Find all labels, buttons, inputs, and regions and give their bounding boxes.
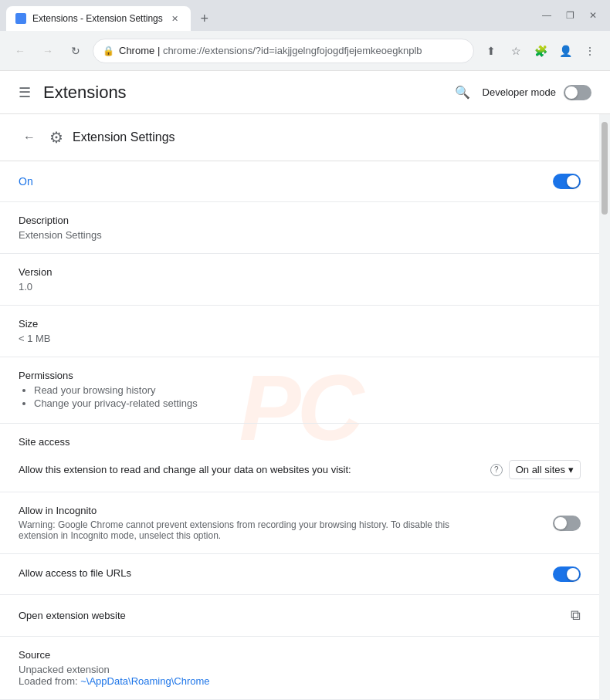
- permission-item-1: Change your privacy-related settings: [34, 397, 581, 409]
- bookmark-icon[interactable]: ☆: [505, 40, 527, 62]
- reload-button[interactable]: ↻: [65, 40, 86, 62]
- minimize-button[interactable]: —: [536, 5, 557, 26]
- dev-mode-area: 🔍 Developer mode: [450, 80, 591, 105]
- version-value: 1.0: [19, 281, 581, 293]
- url-text: Chrome | chrome://extensions/?id=iakjjge…: [119, 45, 464, 56]
- external-link-icon[interactable]: ⧉: [571, 607, 581, 624]
- site-access-question: Allow this extension to read and change …: [19, 464, 484, 475]
- incognito-section: Allow in Incognito Warning: Google Chrom…: [0, 492, 599, 554]
- size-section: Size < 1 MB: [0, 306, 599, 357]
- dev-mode-toggle[interactable]: [564, 85, 591, 100]
- source-path-link[interactable]: ~\AppData\Roaming\Chrome: [80, 675, 209, 687]
- source-section: Source Unpacked extension Loaded from: ~…: [0, 637, 599, 700]
- extension-on-toggle-thumb: [567, 175, 579, 188]
- url-bar[interactable]: 🔒 Chrome | chrome://extensions/?id=iakjj…: [93, 39, 474, 63]
- title-bar: Extensions - Extension Settings ✕ + — ❐ …: [0, 0, 610, 31]
- description-section: Description Extension Settings: [0, 202, 599, 254]
- source-type: Unpacked extension: [19, 664, 581, 675]
- address-bar: ← → ↻ 🔒 Chrome | chrome://extensions/?id…: [0, 31, 610, 71]
- source-path-row: Loaded from: ~\AppData\Roaming\Chrome: [19, 675, 581, 687]
- extensions-icon[interactable]: 🧩: [530, 40, 551, 62]
- size-value: < 1 MB: [19, 333, 581, 344]
- on-status-label: On: [19, 175, 33, 188]
- dropdown-arrow-icon: ▾: [568, 464, 574, 475]
- permissions-section: Permissions Read your browsing history C…: [0, 357, 599, 424]
- settings-top-bar: ← ⚙ Extension Settings: [0, 114, 599, 161]
- file-urls-toggle-thumb: [567, 568, 579, 580]
- tab-close-button[interactable]: ✕: [169, 12, 181, 25]
- site-access-row: Allow this extension to read and change …: [19, 460, 581, 479]
- settings-panel: PC ← ⚙ Extension Settings On Description: [0, 114, 599, 700]
- source-loaded-prefix: Loaded from:: [19, 675, 78, 687]
- lock-icon: 🔒: [103, 46, 114, 56]
- file-urls-section: Allow access to file URLs: [0, 554, 599, 595]
- extension-on-toggle[interactable]: [553, 174, 581, 189]
- description-label: Description: [19, 215, 581, 226]
- scrollbar-thumb[interactable]: [602, 122, 608, 215]
- site-access-header: Site access: [19, 436, 581, 448]
- extensions-title: Extensions: [43, 83, 127, 103]
- window-controls: — ❐ ✕: [536, 5, 604, 26]
- on-off-section: On: [0, 161, 599, 202]
- version-label: Version: [19, 266, 581, 278]
- file-urls-label: Allow access to file URLs: [19, 567, 131, 579]
- restore-button[interactable]: ❐: [559, 5, 581, 26]
- permissions-label: Permissions: [19, 370, 581, 381]
- active-tab[interactable]: Extensions - Extension Settings ✕: [6, 6, 191, 31]
- open-website-label: Open extension website: [19, 610, 126, 621]
- source-label: Source: [19, 649, 581, 661]
- profile-icon[interactable]: 👤: [554, 40, 576, 62]
- chrome-menu-icon[interactable]: ⋮: [579, 40, 601, 62]
- help-icon[interactable]: ?: [490, 464, 503, 476]
- version-section: Version 1.0: [0, 254, 599, 306]
- permissions-list: Read your browsing history Change your p…: [19, 384, 581, 409]
- search-button[interactable]: 🔍: [450, 80, 475, 105]
- back-to-extensions-button[interactable]: ←: [19, 127, 40, 148]
- tab-label: Extensions - Extension Settings: [32, 13, 163, 24]
- share-icon[interactable]: ⬆: [480, 40, 502, 62]
- size-label: Size: [19, 318, 581, 330]
- main-content: PC ← ⚙ Extension Settings On Description: [0, 114, 610, 700]
- toolbar-icons: ⬆ ☆ 🧩 👤 ⋮: [480, 40, 601, 62]
- settings-gear-icon: ⚙: [49, 128, 63, 147]
- incognito-text-area: Allow in Incognito Warning: Google Chrom…: [19, 505, 451, 541]
- site-access-dropdown-value: On all sites: [516, 464, 565, 475]
- file-urls-row: Allow access to file URLs: [19, 566, 581, 582]
- incognito-warning: Warning: Google Chrome cannot prevent ex…: [19, 519, 451, 541]
- extensions-header: ☰ Extensions 🔍 Developer mode: [0, 71, 610, 114]
- tab-area: Extensions - Extension Settings ✕ +: [6, 0, 536, 31]
- description-value: Extension Settings: [19, 229, 581, 241]
- open-website-row[interactable]: Open extension website ⧉: [19, 607, 581, 624]
- incognito-label: Allow in Incognito: [19, 505, 451, 516]
- scrollbar[interactable]: [599, 114, 610, 700]
- close-button[interactable]: ✕: [582, 5, 604, 26]
- dev-mode-label: Developer mode: [483, 86, 556, 98]
- settings-page-title: Extension Settings: [73, 130, 175, 144]
- permission-item-0: Read your browsing history: [34, 384, 581, 396]
- tab-favicon: [15, 13, 26, 24]
- on-off-row: On: [19, 174, 581, 189]
- url-origin: Chrome: [119, 45, 154, 56]
- site-access-dropdown[interactable]: On all sites ▾: [509, 460, 581, 479]
- url-separator: |: [158, 45, 163, 56]
- file-urls-toggle[interactable]: [553, 566, 581, 582]
- incognito-toggle-thumb: [554, 517, 567, 529]
- hamburger-menu-icon[interactable]: ☰: [19, 84, 31, 101]
- incognito-row: Allow in Incognito Warning: Google Chrom…: [19, 505, 581, 541]
- dev-mode-toggle-thumb: [565, 86, 578, 99]
- settings-content: ← ⚙ Extension Settings On Description Ex…: [0, 114, 599, 700]
- back-button[interactable]: ←: [9, 40, 31, 62]
- forward-button[interactable]: →: [37, 40, 59, 62]
- incognito-toggle[interactable]: [553, 516, 581, 531]
- open-website-section: Open extension website ⧉: [0, 595, 599, 637]
- url-path: chrome://extensions/?id=iakjjgelngfojogd…: [163, 45, 422, 56]
- new-tab-button[interactable]: +: [194, 8, 215, 29]
- site-access-section: Site access Allow this extension to read…: [0, 424, 599, 492]
